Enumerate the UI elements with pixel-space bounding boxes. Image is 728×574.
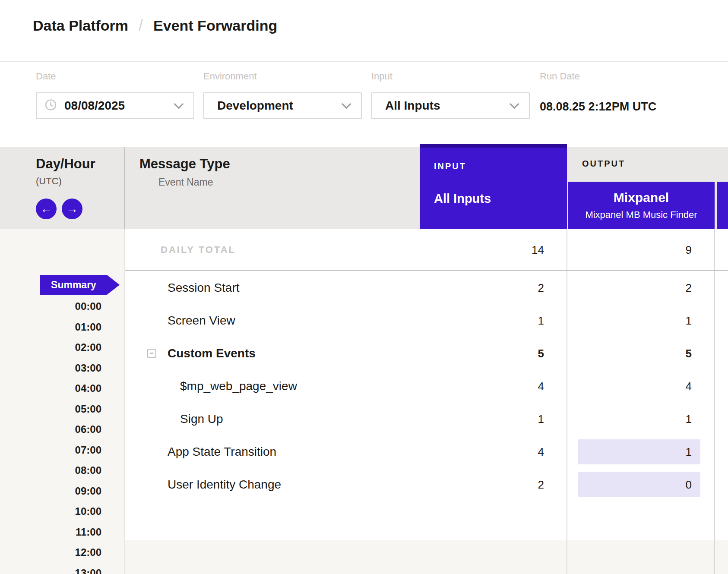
- input-count-value: 1: [538, 413, 544, 426]
- sidebar-item-hour-0400[interactable]: 04:00: [0, 378, 101, 398]
- summary-flag-label: Summary: [40, 275, 107, 295]
- sidebar-item-hour-1100[interactable]: 11:00: [0, 522, 101, 542]
- event-forwarding-page: Data Platform / Event Forwarding Date En…: [0, 0, 728, 574]
- output-count-cell: 1: [568, 304, 715, 337]
- message-type-column-subtitle: Event Name: [158, 177, 213, 188]
- breadcrumb-separator: /: [139, 16, 143, 35]
- event-name: Screen View: [168, 314, 235, 328]
- input-count-cell: 5: [420, 337, 567, 370]
- sidebar-item-summary[interactable]: Summary: [40, 275, 120, 295]
- output-count-value: 2: [686, 281, 692, 295]
- run-date-value: 08.08.25 2:12PM UTC: [540, 100, 656, 114]
- output-count-cell: 1: [568, 403, 715, 435]
- page-title: Event Forwarding: [153, 17, 277, 34]
- table-row: Screen View11: [0, 304, 728, 337]
- environment-select[interactable]: Development: [203, 92, 362, 119]
- right-arrow-icon: →: [66, 202, 78, 216]
- input-count-cell: 1: [420, 304, 567, 337]
- chevron-down-icon: [342, 99, 351, 109]
- output-count-cell[interactable]: 0: [568, 468, 715, 501]
- daily-total-row: DAILY TOTAL 14 9: [0, 229, 728, 270]
- sidebar-item-hour-0700[interactable]: 07:00: [0, 440, 101, 460]
- sidebar-item-hour-0300[interactable]: 03:00: [0, 358, 101, 378]
- message-type-column-title: Message Type: [139, 156, 230, 172]
- sidebar-item-hour-0100[interactable]: 01:00: [0, 317, 101, 337]
- output-count-value: 4: [686, 380, 692, 393]
- day-hour-column-title: Day/Hour: [36, 156, 95, 172]
- table-row: Sign Up11: [0, 403, 728, 435]
- date-select[interactable]: 08/08/2025: [36, 92, 194, 119]
- daily-total-input-cell: 14: [420, 229, 567, 270]
- daily-total-input-value: 14: [532, 243, 544, 256]
- input-count-value: 4: [538, 380, 544, 393]
- input-section-label: INPUT: [434, 161, 466, 171]
- row-divider: [125, 270, 728, 271]
- event-name: Custom Events: [168, 347, 256, 360]
- day-hour-column-subtitle: (UTC): [36, 176, 62, 187]
- daily-total-output-cell: 9: [568, 229, 715, 270]
- input-count-value: 2: [538, 281, 544, 295]
- output-count-value: 5: [686, 347, 692, 360]
- input-count-value: 2: [538, 478, 544, 492]
- input-column-header[interactable]: INPUT All Inputs: [420, 144, 567, 229]
- sidebar-item-hour-1200[interactable]: 12:00: [0, 542, 101, 562]
- sidebar-item-hour-0600[interactable]: 06:00: [0, 419, 101, 439]
- output-count-cell: 5: [568, 337, 715, 370]
- output-count-value: 1: [686, 314, 692, 328]
- header-divider: [0, 61, 728, 62]
- collapse-icon[interactable]: −: [147, 349, 156, 358]
- input-count-cell: 2: [420, 468, 567, 501]
- event-name: $mp_web_page_view: [180, 379, 297, 393]
- input-select[interactable]: All Inputs: [371, 92, 530, 119]
- sidebar-item-hour-1300[interactable]: 13:00: [0, 563, 101, 574]
- previous-day-button[interactable]: ←: [36, 199, 57, 219]
- chevron-down-icon: [174, 99, 184, 109]
- run-date-label: Run Date: [540, 71, 580, 82]
- left-arrow-icon: ←: [41, 202, 52, 216]
- input-column-title: All Inputs: [434, 192, 491, 206]
- input-count-cell: 1: [420, 403, 567, 435]
- input-count-cell: 4: [420, 370, 567, 403]
- table-footer-band: [125, 540, 728, 574]
- highlighted-cell: [578, 472, 700, 497]
- table-row: App State Transition41: [0, 435, 728, 468]
- output-column-title: Mixpanel: [568, 190, 715, 205]
- output-count-value: 1: [686, 445, 692, 459]
- daily-total-output-value: 9: [686, 243, 692, 256]
- sidebar-item-hour-0200[interactable]: 02:00: [0, 337, 101, 357]
- event-rows: Session Start22Screen View11−Custom Even…: [0, 271, 728, 501]
- date-filter-label: Date: [36, 71, 56, 82]
- column-divider: [124, 147, 125, 229]
- output-section-label: OUTPUT: [582, 159, 625, 169]
- event-name: Session Start: [168, 281, 240, 295]
- clock-icon: [45, 99, 57, 113]
- input-filter-label: Input: [371, 71, 392, 82]
- sidebar-item-hour-0800[interactable]: 08:00: [0, 460, 101, 480]
- breadcrumb: Data Platform / Event Forwarding: [33, 16, 277, 35]
- output-count-cell: 4: [568, 370, 715, 403]
- output-count-cell[interactable]: 1: [568, 435, 715, 468]
- table-row: $mp_web_page_view44: [0, 370, 728, 403]
- input-column-accent-strip: [420, 144, 567, 148]
- date-select-value: 08/08/2025: [64, 99, 125, 113]
- event-name: User Identity Change: [168, 478, 281, 492]
- daily-total-label: DAILY TOTAL: [161, 244, 236, 255]
- event-name: App State Transition: [168, 445, 276, 459]
- output-column-header-mixpanel[interactable]: Mixpanel Mixpanel MB Music Finder: [568, 182, 715, 229]
- sidebar-item-hour-0900[interactable]: 09:00: [0, 481, 101, 501]
- sidebar-item-hour-0000[interactable]: 00:00: [0, 296, 101, 316]
- input-count-cell: 4: [420, 435, 567, 468]
- input-count-cell: 2: [420, 271, 567, 304]
- table-row: User Identity Change20: [0, 468, 728, 501]
- breadcrumb-section[interactable]: Data Platform: [33, 17, 128, 34]
- input-count-value: 1: [538, 314, 544, 328]
- sidebar-item-hour-0500[interactable]: 05:00: [0, 399, 101, 419]
- next-day-button[interactable]: →: [62, 199, 82, 219]
- output-count-value: 0: [686, 478, 692, 492]
- sidebar-item-hour-1000[interactable]: 10:00: [0, 501, 101, 521]
- output-column-subtitle: Mixpanel MB Music Finder: [568, 209, 715, 221]
- output-count-cell: 2: [568, 271, 715, 304]
- input-select-value: All Inputs: [385, 99, 440, 113]
- environment-select-value: Development: [217, 99, 293, 113]
- input-count-value: 4: [538, 445, 544, 459]
